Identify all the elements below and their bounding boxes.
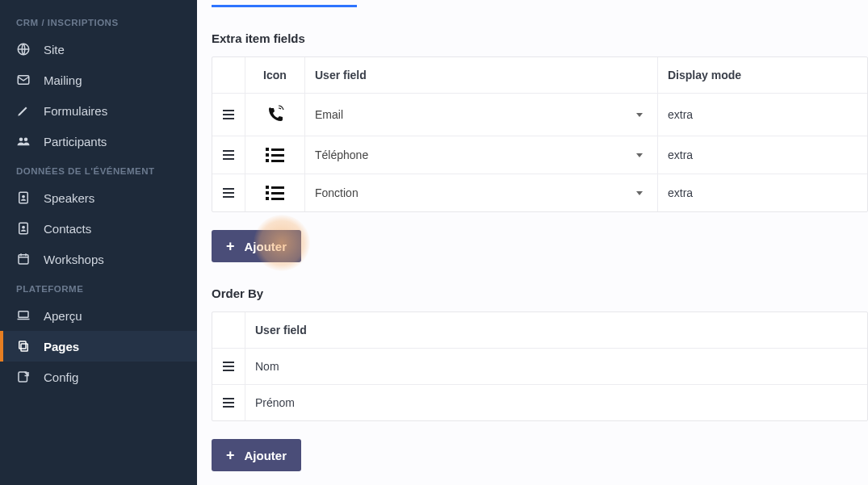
sidebar-item-label: Contacts — [44, 222, 91, 236]
button-label: Ajouter — [245, 240, 287, 253]
row-icon-cell[interactable] — [245, 136, 304, 174]
table-row: Téléphone extra — [212, 136, 867, 174]
active-tab-indicator — [212, 5, 357, 7]
svg-point-5 — [22, 195, 25, 199]
userfield-select[interactable]: Email — [315, 108, 648, 121]
orderby-value[interactable]: Nom — [245, 349, 867, 384]
svg-point-7 — [22, 226, 25, 229]
drag-handle-icon[interactable] — [223, 188, 234, 198]
sidebar-section-event-title: DONNÉES DE L'ÉVÉNEMENT — [0, 157, 197, 182]
users-icon — [16, 134, 31, 148]
table-row: Nom — [212, 349, 867, 385]
extra-fields-title: Extra item fields — [212, 31, 868, 45]
sidebar: CRM / INSCRIPTIONS Site Mailing Formulai… — [0, 0, 197, 485]
id-badge-icon — [16, 221, 31, 236]
sidebar-item-pages[interactable]: Pages — [0, 331, 197, 362]
list-icon — [266, 148, 284, 162]
col-header-userfield: User field — [304, 57, 657, 93]
drag-handle-icon[interactable] — [223, 362, 234, 371]
drag-handle-icon[interactable] — [223, 398, 234, 408]
sidebar-item-speakers[interactable]: Speakers — [0, 182, 197, 213]
sidebar-item-site[interactable]: Site — [0, 34, 197, 65]
row-icon-cell[interactable] — [245, 174, 304, 211]
table-row: Email extra — [212, 94, 867, 136]
userfield-select[interactable]: Téléphone — [315, 148, 648, 161]
laptop-icon — [16, 308, 31, 323]
pencil-icon — [16, 103, 31, 118]
add-extra-field-button[interactable]: + Ajouter — [212, 230, 301, 262]
orderby-value[interactable]: Prénom — [245, 385, 867, 420]
sidebar-item-apercu[interactable]: Aperçu — [0, 300, 197, 331]
chevron-down-icon — [636, 113, 643, 117]
sidebar-item-participants[interactable]: Participants — [0, 126, 197, 157]
chevron-down-icon — [636, 153, 643, 157]
col-header-icon: Icon — [245, 57, 304, 93]
userfield-select[interactable]: Fonction — [315, 186, 648, 199]
table-header-row: User field — [212, 312, 867, 349]
export-icon — [16, 370, 31, 384]
svg-point-2 — [19, 138, 23, 142]
sidebar-item-label: Participants — [44, 135, 107, 148]
sidebar-item-label: Config — [44, 370, 78, 384]
displaymode-cell[interactable]: extra — [657, 136, 867, 174]
select-value: Téléphone — [315, 148, 368, 161]
sidebar-item-config[interactable]: Config — [0, 362, 197, 392]
select-value: Fonction — [315, 186, 359, 199]
list-icon — [266, 186, 284, 200]
sidebar-section-plateforme-title: PLATEFORME — [0, 274, 197, 300]
mail-icon — [16, 73, 31, 87]
svg-rect-8 — [19, 255, 28, 264]
sidebar-item-label: Formulaires — [44, 104, 107, 118]
row-icon-cell[interactable] — [245, 94, 304, 136]
sidebar-section-crm-title: CRM / INSCRIPTIONS — [0, 8, 197, 34]
sidebar-item-label: Pages — [44, 340, 79, 353]
select-value: Email — [315, 108, 343, 121]
col-header-userfield: User field — [245, 312, 867, 348]
svg-point-3 — [24, 138, 28, 142]
sidebar-item-label: Mailing — [44, 73, 82, 87]
svg-rect-9 — [19, 311, 28, 318]
table-row: Prénom — [212, 385, 867, 420]
sidebar-item-label: Speakers — [44, 191, 94, 205]
chevron-down-icon — [636, 191, 643, 195]
button-label: Ajouter — [245, 449, 287, 462]
sidebar-item-label: Site — [44, 43, 65, 56]
phone-icon — [266, 105, 285, 124]
svg-rect-10 — [21, 344, 27, 351]
displaymode-cell[interactable]: extra — [657, 174, 867, 211]
id-badge-icon — [16, 190, 31, 205]
sidebar-item-workshops[interactable]: Workshops — [0, 244, 197, 274]
calendar-icon — [16, 252, 31, 266]
sidebar-item-label: Workshops — [44, 253, 104, 266]
copy-icon — [16, 339, 31, 353]
globe-icon — [16, 42, 31, 56]
order-by-table: User field Nom Prénom — [212, 311, 868, 421]
sidebar-item-label: Aperçu — [44, 309, 82, 323]
drag-handle-icon[interactable] — [223, 150, 234, 160]
order-by-title: Order By — [212, 286, 868, 300]
svg-rect-11 — [19, 341, 26, 349]
sidebar-item-formulaires[interactable]: Formulaires — [0, 95, 197, 126]
main-content: Extra item fields Icon User field Displa… — [197, 0, 868, 485]
table-row: Fonction extra — [212, 174, 867, 211]
displaymode-cell[interactable]: extra — [657, 94, 867, 136]
plus-icon: + — [226, 239, 235, 253]
table-header-row: Icon User field Display mode — [212, 57, 867, 94]
extra-fields-table: Icon User field Display mode Email extra — [212, 56, 868, 212]
drag-handle-icon[interactable] — [223, 110, 234, 119]
sidebar-item-mailing[interactable]: Mailing — [0, 65, 197, 95]
col-header-displaymode: Display mode — [657, 57, 867, 93]
add-orderby-button[interactable]: + Ajouter — [212, 439, 301, 471]
sidebar-item-contacts[interactable]: Contacts — [0, 213, 197, 244]
plus-icon: + — [226, 448, 235, 462]
